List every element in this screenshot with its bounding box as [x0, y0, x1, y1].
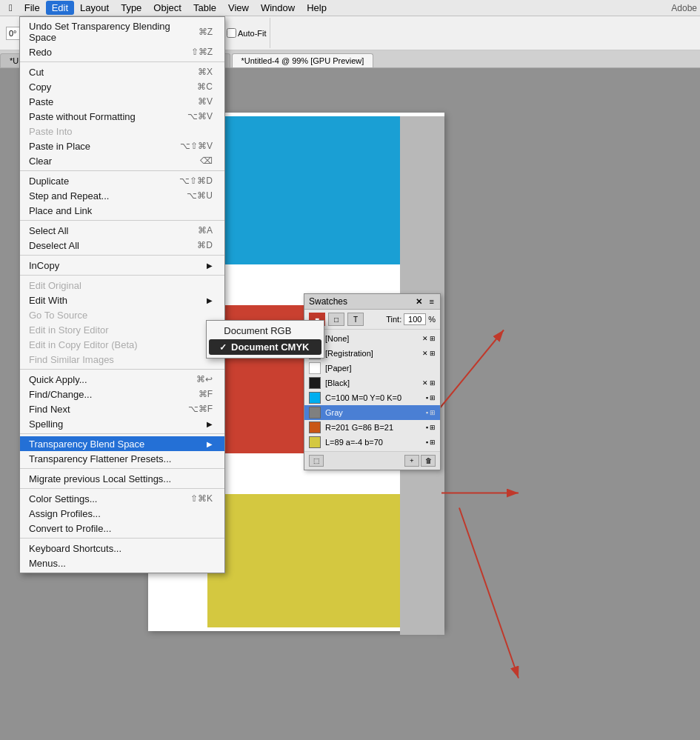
- cut-shortcut: ⌘X: [198, 67, 213, 77]
- menu-paste-place[interactable]: Paste in Place ⌥⇧⌘V: [20, 139, 224, 153]
- menu-migrate-settings[interactable]: Migrate previous Local Settings...: [20, 471, 224, 486]
- tint-section: Tint: %: [386, 313, 436, 325]
- menu-find-similar: Find Similar Images: [20, 352, 224, 367]
- swatch-row-cyan[interactable]: C=100 M=0 Y=0 K=0 ▪ ⊞: [304, 390, 440, 405]
- menu-redo[interactable]: Redo ⇧⌘Z: [20, 44, 224, 59]
- swatch-row-registration[interactable]: [Registration] ✕ ⊞: [304, 346, 440, 361]
- swatch-color-red-orange: [309, 421, 321, 433]
- menu-object[interactable]: Object: [147, 1, 187, 15]
- menu-undo[interactable]: Undo Set Transparency Blending Space ⌘Z: [20, 19, 224, 44]
- menu-incopy[interactable]: InCopy ▶: [20, 258, 224, 273]
- menu-menus[interactable]: Menus...: [20, 556, 224, 570]
- menu-file[interactable]: File: [19, 1, 46, 15]
- menu-window[interactable]: Window: [255, 1, 301, 15]
- color-settings-label: Color Settings...: [29, 493, 98, 504]
- menu-keyboard-shortcuts[interactable]: Keyboard Shortcuts...: [20, 541, 224, 556]
- edit-copy-label: Edit in Copy Editor (Beta): [29, 339, 138, 350]
- menu-color-settings[interactable]: Color Settings... ⇧⌘K: [20, 491, 224, 506]
- paste-shortcut: ⌘V: [198, 96, 213, 107]
- swatch-row-red-orange[interactable]: R=201 G=86 B=21 ▪ ⊞: [304, 420, 440, 435]
- menu-help[interactable]: Help: [301, 1, 333, 15]
- place-link-label: Place and Link: [29, 205, 92, 216]
- edit-dropdown-menu: Undo Set Transparency Blending Space ⌘Z …: [19, 16, 225, 573]
- undo-shortcut: ⌘Z: [199, 27, 213, 37]
- new-color-group-btn[interactable]: ⬚: [309, 455, 324, 467]
- submenu-doc-rgb[interactable]: Document RGB: [207, 323, 324, 339]
- swatch-color-cyan: [309, 392, 321, 404]
- menu-place-link[interactable]: Place and Link: [20, 203, 224, 218]
- spelling-arrow: ▶: [207, 420, 213, 428]
- tint-input[interactable]: [404, 313, 426, 325]
- new-swatch-btn[interactable]: +: [404, 455, 419, 467]
- swatch-row-none[interactable]: [None] ✕ ⊞: [304, 331, 440, 346]
- menu-cut[interactable]: Cut ⌘X: [20, 64, 224, 79]
- select-all-label: Select All: [29, 225, 68, 236]
- menu-layout[interactable]: Layout: [74, 1, 115, 15]
- swatch-stroke-btn[interactable]: □: [328, 313, 344, 326]
- swatches-close-btn[interactable]: ✕: [414, 297, 424, 307]
- menu-edit[interactable]: Edit: [46, 1, 74, 15]
- black-x-icon: ✕: [422, 379, 428, 387]
- sep4: [20, 255, 224, 256]
- swatch-row-gray[interactable]: Gray ▪ ⊞: [304, 405, 440, 420]
- flattener-presets-label: Transparency Flattener Presets...: [29, 453, 171, 464]
- swatch-row-paper[interactable]: [Paper]: [304, 361, 440, 376]
- none-box-icon: ⊞: [430, 335, 436, 342]
- swatch-icons-none: ✕ ⊞: [422, 335, 436, 342]
- redo-label: Redo: [29, 47, 52, 58]
- delete-swatch-btn[interactable]: 🗑: [421, 455, 436, 467]
- menu-step-repeat[interactable]: Step and Repeat... ⌥⌘U: [20, 188, 224, 203]
- incopy-label: InCopy: [29, 260, 59, 271]
- reg-x-icon: ✕: [422, 350, 428, 357]
- submenu-doc-cmyk[interactable]: ✓ Document CMYK: [209, 339, 321, 355]
- copy-label: Copy: [29, 81, 51, 93]
- menu-clear[interactable]: Clear ⌫: [20, 153, 224, 168]
- transparency-blend-label: Transparency Blend Space: [29, 439, 144, 450]
- menu-view[interactable]: View: [222, 1, 255, 15]
- menu-paste[interactable]: Paste ⌘V: [20, 94, 224, 109]
- menu-transparency-blend[interactable]: Transparency Blend Space ▶: [20, 436, 224, 451]
- swatch-icons-gray: ▪ ⊞: [426, 409, 436, 416]
- sep8: [20, 468, 224, 469]
- tab-untitled4-gpu[interactable]: *Untitled-4 @ 99% [GPU Preview]: [232, 53, 374, 67]
- menu-spelling[interactable]: Spelling ▶: [20, 416, 224, 431]
- edit-with-arrow: ▶: [207, 296, 213, 304]
- menu-quick-apply[interactable]: Quick Apply... ⌘↩: [20, 372, 224, 387]
- menu-type[interactable]: Type: [115, 1, 147, 15]
- swatches-header[interactable]: Swatches ✕ ≡: [304, 294, 440, 310]
- swatch-name-yellow-lab: L=89 a=-4 b=70: [325, 438, 426, 447]
- edit-original-label: Edit Original: [29, 280, 81, 291]
- swatch-row-yellow-lab[interactable]: L=89 a=-4 b=70 ▪ ⊞: [304, 435, 440, 450]
- menu-edit-copy-beta: Edit in Copy Editor (Beta): [20, 337, 224, 352]
- menu-apple[interactable]: : [3, 1, 19, 15]
- menu-convert-profile[interactable]: Convert to Profile...: [20, 521, 224, 536]
- menu-paste-into: Paste Into: [20, 124, 224, 139]
- menu-assign-profiles[interactable]: Assign Profiles...: [20, 506, 224, 521]
- quick-apply-label: Quick Apply...: [29, 374, 87, 385]
- menu-find-change[interactable]: Find/Change... ⌘F: [20, 387, 224, 401]
- menu-table[interactable]: Table: [187, 1, 222, 15]
- paste-plain-label: Paste without Formatting: [29, 111, 136, 122]
- menu-select-all[interactable]: Select All ⌘A: [20, 223, 224, 238]
- swatches-menu-btn[interactable]: ≡: [428, 297, 436, 306]
- menu-edit-with[interactable]: Edit With ▶: [20, 293, 224, 307]
- swatch-icons-cyan: ▪ ⊞: [426, 394, 436, 401]
- autofit-label: Auto-Fit: [238, 29, 267, 38]
- menu-duplicate[interactable]: Duplicate ⌥⇧⌘D: [20, 173, 224, 188]
- undo-label: Undo Set Transparency Blending Space: [29, 21, 199, 43]
- red-box2-icon: ⊞: [430, 424, 436, 431]
- svg-line-3: [459, 508, 519, 679]
- step-repeat-shortcut: ⌥⌘U: [187, 190, 213, 201]
- menu-find-next[interactable]: Find Next ⌥⌘F: [20, 401, 224, 416]
- convert-profile-label: Convert to Profile...: [29, 523, 111, 534]
- menu-paste-plain[interactable]: Paste without Formatting ⌥⌘V: [20, 109, 224, 124]
- menu-copy[interactable]: Copy ⌘C: [20, 79, 224, 94]
- autofit-checkbox[interactable]: [227, 28, 236, 38]
- menu-flattener-presets[interactable]: Transparency Flattener Presets...: [20, 451, 224, 466]
- swatch-name-none: [None]: [325, 334, 422, 343]
- tint-label: Tint:: [386, 315, 401, 324]
- swatch-row-black[interactable]: [Black] ✕ ⊞: [304, 376, 440, 390]
- menu-deselect-all[interactable]: Deselect All ⌘D: [20, 238, 224, 253]
- swatch-text-btn[interactable]: T: [347, 313, 364, 326]
- deselect-all-shortcut: ⌘D: [197, 240, 213, 250]
